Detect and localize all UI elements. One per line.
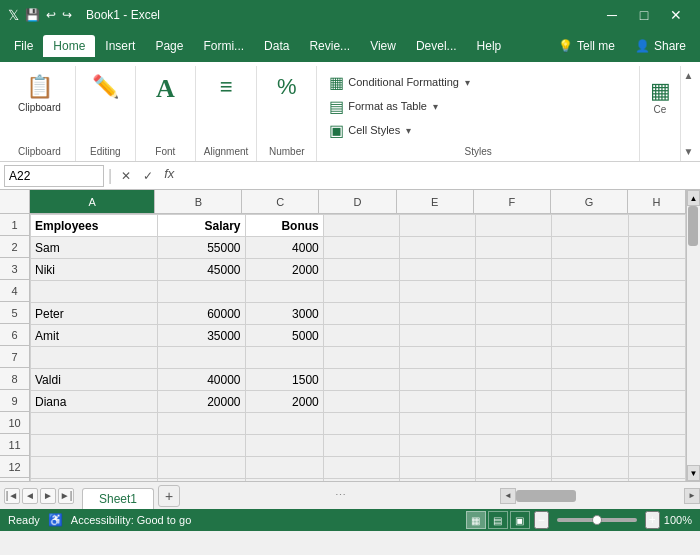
cell-C7[interactable]: [245, 347, 323, 369]
cell-A7[interactable]: [31, 347, 158, 369]
scroll-track[interactable]: [687, 206, 700, 465]
col-header-A[interactable]: A: [30, 190, 155, 214]
cell-A5[interactable]: Peter: [31, 303, 158, 325]
cell-G5[interactable]: [552, 303, 628, 325]
cell-H5[interactable]: [628, 303, 685, 325]
cell-D1[interactable]: [323, 215, 399, 237]
sheet-nav-first[interactable]: |◄: [4, 488, 20, 504]
format-as-table-button[interactable]: ▤ Format as Table ▾: [325, 95, 631, 118]
cell-C8[interactable]: 1500: [245, 369, 323, 391]
name-box[interactable]: A22: [4, 165, 104, 187]
cell-F4[interactable]: [476, 281, 552, 303]
cell-H2[interactable]: [628, 237, 685, 259]
menu-formulas[interactable]: Formi...: [193, 35, 254, 57]
share-button[interactable]: 👤 Share: [625, 35, 696, 57]
ribbon-scroll-down[interactable]: ▼: [681, 144, 696, 159]
row-header-6[interactable]: 6: [0, 324, 29, 346]
row-header-1[interactable]: 1: [0, 214, 29, 236]
cell-E4[interactable]: [399, 281, 475, 303]
cell-H7[interactable]: [628, 347, 685, 369]
cell-F6[interactable]: [476, 325, 552, 347]
cell-E6[interactable]: [399, 325, 475, 347]
menu-file[interactable]: File: [4, 35, 43, 57]
cell-B5[interactable]: 60000: [157, 303, 245, 325]
cell-E3[interactable]: [399, 259, 475, 281]
cell-H8[interactable]: [628, 369, 685, 391]
cell-A13[interactable]: [31, 479, 158, 482]
editing-button[interactable]: ✏️: [85, 70, 125, 104]
col-header-C[interactable]: C: [242, 190, 319, 214]
menu-page[interactable]: Page: [145, 35, 193, 57]
col-header-D[interactable]: D: [319, 190, 396, 214]
alignment-button[interactable]: ≡: [206, 70, 246, 104]
zoom-slider[interactable]: [557, 518, 637, 522]
cell-G4[interactable]: [552, 281, 628, 303]
col-header-H[interactable]: H: [628, 190, 686, 214]
cell-F8[interactable]: [476, 369, 552, 391]
cell-A10[interactable]: [31, 413, 158, 435]
cell-A2[interactable]: Sam: [31, 237, 158, 259]
h-scroll-thumb[interactable]: [516, 490, 576, 502]
cell-F7[interactable]: [476, 347, 552, 369]
tell-me-search[interactable]: 💡 Tell me: [548, 35, 625, 57]
cell-D7[interactable]: [323, 347, 399, 369]
normal-view-button[interactable]: ▦: [466, 511, 486, 529]
cell-D2[interactable]: [323, 237, 399, 259]
row-header-3[interactable]: 3: [0, 258, 29, 280]
sheet-nav-next[interactable]: ►: [40, 488, 56, 504]
col-header-E[interactable]: E: [397, 190, 474, 214]
scroll-thumb[interactable]: [688, 206, 698, 246]
cell-B2[interactable]: 55000: [157, 237, 245, 259]
cell-B8[interactable]: 40000: [157, 369, 245, 391]
cell-H3[interactable]: [628, 259, 685, 281]
cell-G9[interactable]: [552, 391, 628, 413]
cell-B7[interactable]: [157, 347, 245, 369]
row-header-9[interactable]: 9: [0, 390, 29, 412]
undo-icon[interactable]: ↩: [46, 8, 56, 22]
h-scroll-right[interactable]: ►: [684, 488, 700, 504]
ribbon-scroll-up[interactable]: ▲: [681, 68, 696, 83]
cell-D3[interactable]: [323, 259, 399, 281]
cell-E7[interactable]: [399, 347, 475, 369]
sheet-nav-prev[interactable]: ◄: [22, 488, 38, 504]
menu-help[interactable]: Help: [467, 35, 512, 57]
menu-review[interactable]: Revie...: [299, 35, 360, 57]
font-button[interactable]: A: [145, 70, 185, 108]
menu-developer[interactable]: Devel...: [406, 35, 467, 57]
col-header-B[interactable]: B: [155, 190, 242, 214]
cell-G3[interactable]: [552, 259, 628, 281]
cell-E1[interactable]: [399, 215, 475, 237]
cell-C1[interactable]: Bonus: [245, 215, 323, 237]
cell-B6[interactable]: 35000: [157, 325, 245, 347]
row-header-5[interactable]: 5: [0, 302, 29, 324]
menu-data[interactable]: Data: [254, 35, 299, 57]
cell-F5[interactable]: [476, 303, 552, 325]
col-header-G[interactable]: G: [551, 190, 628, 214]
sheet-tab-sheet1[interactable]: Sheet1: [82, 488, 154, 509]
cell-F2[interactable]: [476, 237, 552, 259]
cell-styles-button[interactable]: ▣ Cell Styles ▾: [325, 119, 631, 142]
cell-B3[interactable]: 45000: [157, 259, 245, 281]
cell-B1[interactable]: Salary: [157, 215, 245, 237]
row-header-4[interactable]: 4: [0, 280, 29, 302]
cell-G1[interactable]: [552, 215, 628, 237]
cell-C2[interactable]: 4000: [245, 237, 323, 259]
cell-H6[interactable]: [628, 325, 685, 347]
cell-D5[interactable]: [323, 303, 399, 325]
cell-H4[interactable]: [628, 281, 685, 303]
redo-icon[interactable]: ↪: [62, 8, 72, 22]
row-header-7[interactable]: 7: [0, 346, 29, 368]
cell-F9[interactable]: [476, 391, 552, 413]
cell-A4[interactable]: [31, 281, 158, 303]
close-button[interactable]: ✕: [660, 0, 692, 30]
cell-D6[interactable]: [323, 325, 399, 347]
h-scroll-track[interactable]: [516, 488, 684, 504]
number-button[interactable]: %: [267, 70, 307, 104]
menu-view[interactable]: View: [360, 35, 406, 57]
cell-C4[interactable]: [245, 281, 323, 303]
minimize-button[interactable]: ─: [596, 0, 628, 30]
h-scroll-left[interactable]: ◄: [500, 488, 516, 504]
cell-D9[interactable]: [323, 391, 399, 413]
cancel-formula-button[interactable]: ✕: [116, 166, 136, 186]
scroll-up-button[interactable]: ▲: [687, 190, 700, 206]
